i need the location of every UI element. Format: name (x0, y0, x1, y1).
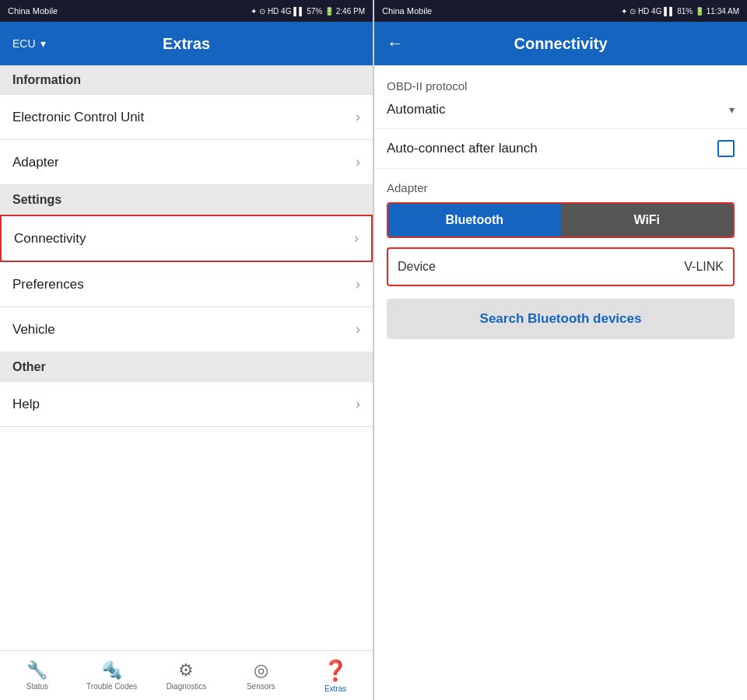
list-item-ecu-label: Electronic Control Unit (12, 110, 144, 125)
carrier-right: China Mobile (382, 6, 432, 16)
nav-label-extras: Extras (324, 684, 346, 693)
right-panel: China Mobile ✦ ⊙ HD 4G ▌▌ 81% 🔋 11:34 AM… (374, 0, 747, 700)
list-item-vehicle-label: Vehicle (12, 322, 55, 338)
diagnostics-icon: ⚙ (178, 660, 194, 681)
obd-protocol-value: Automatic (387, 102, 446, 117)
device-value: V-LINK (684, 260, 724, 274)
obd-protocol-dropdown[interactable]: Automatic ▾ (387, 99, 735, 121)
ecu-dropdown[interactable]: ECU ▾ (12, 37, 59, 50)
status-bar-right: China Mobile ✦ ⊙ HD 4G ▌▌ 81% 🔋 11:34 AM (374, 0, 747, 22)
adapter-section: Adapter Bluetooth WiFi (374, 169, 747, 238)
carrier-left: China Mobile (8, 6, 58, 16)
nav-label-status: Status (26, 682, 48, 691)
list-item-preferences-label: Preferences (12, 277, 84, 292)
trouble-codes-icon: 🔩 (101, 660, 122, 681)
tab-wifi[interactable]: WiFi (561, 204, 734, 236)
bottom-nav: 🔧 Status 🔩 Trouble Codes ⚙ Diagnostics ◎… (0, 650, 373, 700)
nav-item-sensors[interactable]: ◎ Sensors (223, 651, 298, 700)
nav-item-extras[interactable]: ❓ Extras (298, 651, 373, 700)
nav-label-diagnostics: Diagnostics (167, 682, 207, 691)
list-item-connectivity[interactable]: Connectivity › (0, 215, 373, 262)
list-item-connectivity-label: Connectivity (14, 231, 86, 247)
left-content: Information Electronic Control Unit › Ad… (0, 65, 373, 650)
nav-label-sensors: Sensors (247, 682, 275, 691)
back-button[interactable]: ← (387, 33, 433, 54)
left-panel: China Mobile ✦ ⊙ HD 4G ▌▌ 57% 🔋 2:46 PM … (0, 0, 373, 700)
chevron-adapter: › (356, 154, 360, 170)
list-item-adapter-label: Adapter (12, 155, 59, 170)
list-item-adapter[interactable]: Adapter › (0, 140, 373, 185)
header-left: ECU ▾ Extras (0, 22, 373, 65)
chevron-ecu: › (356, 109, 360, 125)
auto-connect-row[interactable]: Auto-connect after launch (374, 129, 747, 169)
tab-bluetooth[interactable]: Bluetooth (388, 204, 561, 236)
page-title-left: Extras (59, 35, 314, 53)
right-content: OBD-II protocol Automatic ▾ Auto-connect… (374, 65, 747, 700)
extras-icon: ❓ (323, 659, 348, 683)
list-item-vehicle[interactable]: Vehicle › (0, 307, 373, 352)
nav-item-diagnostics[interactable]: ⚙ Diagnostics (149, 651, 224, 700)
header-right: ← Connectivity (374, 22, 747, 65)
chevron-connectivity: › (354, 230, 359, 247)
chevron-help: › (356, 396, 360, 412)
search-bluetooth-button[interactable]: Search Bluetooth devices (387, 299, 735, 339)
device-row[interactable]: Device V-LINK (387, 247, 735, 286)
auto-connect-label: Auto-connect after launch (387, 141, 538, 156)
ecu-label: ECU (12, 37, 36, 50)
nav-label-trouble-codes: Trouble Codes (86, 682, 137, 691)
list-item-help-label: Help (12, 397, 40, 412)
page-title-right: Connectivity (433, 35, 688, 53)
section-header-information: Information (0, 65, 373, 95)
device-label: Device (398, 260, 436, 274)
section-header-settings: Settings (0, 185, 373, 215)
status-icons-left: ✦ ⊙ HD 4G ▌▌ 57% 🔋 2:46 PM (251, 7, 365, 16)
nav-item-status[interactable]: 🔧 Status (0, 651, 75, 700)
obd-protocol-label: OBD-II protocol (387, 79, 735, 93)
status-bar-left: China Mobile ✦ ⊙ HD 4G ▌▌ 57% 🔋 2:46 PM (0, 0, 373, 22)
ecu-dropdown-arrow: ▾ (40, 37, 46, 50)
adapter-label: Adapter (387, 181, 735, 194)
status-icons-right: ✦ ⊙ HD 4G ▌▌ 81% 🔋 11:34 AM (621, 7, 739, 16)
nav-item-trouble-codes[interactable]: 🔩 Trouble Codes (75, 651, 149, 700)
list-item-preferences[interactable]: Preferences › (0, 262, 373, 307)
back-icon: ← (387, 33, 404, 54)
status-icon: 🔧 (26, 660, 47, 681)
chevron-vehicle: › (356, 321, 360, 338)
auto-connect-checkbox[interactable] (717, 140, 735, 157)
sensors-icon: ◎ (254, 660, 268, 681)
adapter-tab-row: Bluetooth WiFi (387, 202, 735, 238)
list-item-ecu[interactable]: Electronic Control Unit › (0, 95, 373, 140)
obd-protocol-arrow: ▾ (729, 103, 735, 116)
chevron-preferences: › (356, 276, 360, 292)
obd-protocol-section: OBD-II protocol Automatic ▾ (374, 65, 747, 129)
section-header-other: Other (0, 352, 373, 382)
list-item-help[interactable]: Help › (0, 382, 373, 427)
